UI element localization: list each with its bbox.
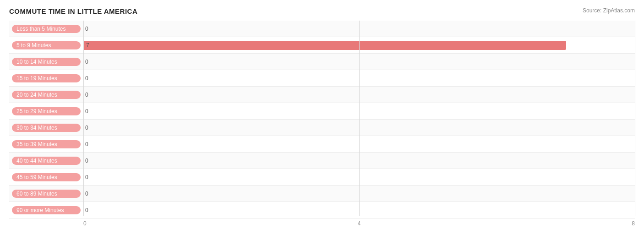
bar-container: 0 <box>83 107 635 116</box>
bar-zero-label: 0 <box>85 108 88 115</box>
bar-row: 35 to 39 Minutes0 <box>9 136 635 153</box>
bar-fill: 7 <box>83 41 566 50</box>
x-axis-label: 8 <box>632 220 635 227</box>
chart-title: COMMUTE TIME IN LITTLE AMERICA <box>9 7 137 15</box>
bar-row: 45 to 59 Minutes0 <box>9 169 635 185</box>
bar-zero-label: 0 <box>85 191 88 197</box>
bar-label: 30 to 34 Minutes <box>12 124 81 132</box>
bar-zero-label: 0 <box>85 26 88 32</box>
bar-zero-label: 0 <box>85 141 88 147</box>
bar-zero-label: 0 <box>85 75 88 82</box>
bar-row: 15 to 19 Minutes0 <box>9 70 635 87</box>
bar-value-label: 7 <box>86 42 89 49</box>
bar-label: 5 to 9 Minutes <box>12 41 81 49</box>
bar-label: 45 to 59 Minutes <box>12 173 81 181</box>
bar-zero-label: 0 <box>85 158 88 164</box>
bar-container: 0 <box>83 24 635 33</box>
bar-row: 30 to 34 Minutes0 <box>9 120 635 136</box>
x-axis-label: 0 <box>83 220 87 227</box>
bar-label: 35 to 39 Minutes <box>12 140 81 148</box>
bar-label: 20 to 24 Minutes <box>12 91 81 99</box>
grid-line <box>635 21 635 216</box>
source-label: Source: ZipAtlas.com <box>583 7 635 14</box>
bar-zero-label: 0 <box>85 174 88 180</box>
bar-label: 25 to 29 Minutes <box>12 107 81 115</box>
bar-container: 0 <box>83 74 635 83</box>
bar-row: 25 to 29 Minutes0 <box>9 103 635 120</box>
x-axis-label: 4 <box>358 220 361 227</box>
bar-row: 10 to 14 Minutes0 <box>9 54 635 70</box>
bar-container: 0 <box>83 206 635 215</box>
chart-area: Less than 5 Minutes05 to 9 Minutes710 to… <box>9 21 635 227</box>
bar-label: 10 to 14 Minutes <box>12 58 81 66</box>
bar-container: 0 <box>83 57 635 66</box>
bar-row: 5 to 9 Minutes7 <box>9 37 635 54</box>
bar-row: 40 to 44 Minutes0 <box>9 153 635 169</box>
bar-container: 0 <box>83 140 635 149</box>
bar-zero-label: 0 <box>85 207 88 213</box>
bar-zero-label: 0 <box>85 125 88 131</box>
bar-row: 60 to 89 Minutes0 <box>9 185 635 202</box>
bar-container: 0 <box>83 123 635 132</box>
bar-row: 90 or more Minutes0 <box>9 202 635 218</box>
bar-label: 15 to 19 Minutes <box>12 74 81 82</box>
bar-container: 7 <box>83 41 635 50</box>
bar-zero-label: 0 <box>85 92 88 98</box>
bar-label: 40 to 44 Minutes <box>12 157 81 165</box>
bar-label: 90 or more Minutes <box>12 206 81 214</box>
bar-label: 60 to 89 Minutes <box>12 190 81 198</box>
bar-container: 0 <box>83 173 635 182</box>
bar-zero-label: 0 <box>85 59 88 65</box>
bar-label: Less than 5 Minutes <box>12 25 81 33</box>
bar-container: 0 <box>83 156 635 165</box>
bar-container: 0 <box>83 189 635 198</box>
bar-row: Less than 5 Minutes0 <box>9 21 635 37</box>
bar-container: 0 <box>83 90 635 99</box>
x-axis: 048 <box>9 220 635 227</box>
bar-row: 20 to 24 Minutes0 <box>9 87 635 103</box>
